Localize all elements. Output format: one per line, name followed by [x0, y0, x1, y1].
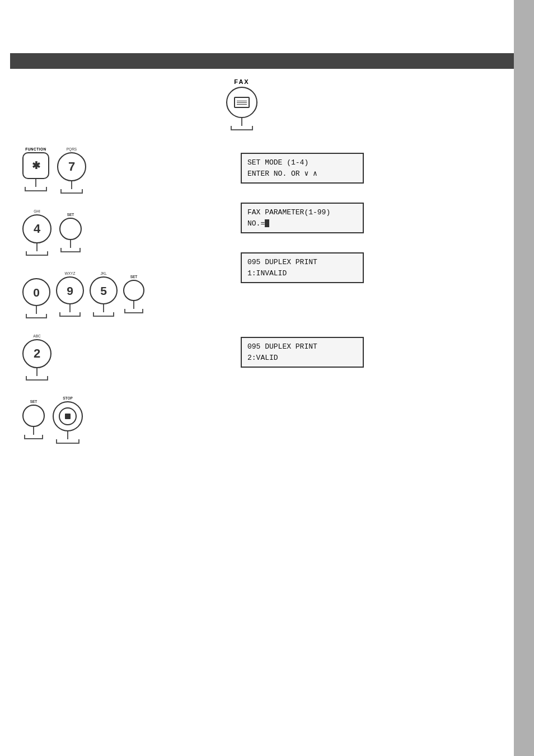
key4-stand: GHI 4 [22, 209, 51, 256]
set-key3-connector [33, 427, 34, 435]
step1-keys: FUNCTION ✱ PQRS 7 [22, 147, 224, 194]
set-key1[interactable] [59, 218, 82, 240]
function-key[interactable]: ✱ [22, 152, 49, 179]
set-key2-label: SET [130, 275, 138, 279]
stop-key[interactable] [53, 401, 83, 431]
cursor [265, 219, 269, 227]
fax-base [231, 126, 253, 130]
key9-main: 9 [67, 285, 73, 297]
function-connector [35, 179, 36, 187]
fax-key-row: FAX [0, 78, 506, 130]
stop-square [65, 414, 71, 419]
function-label: FUNCTION [25, 147, 46, 151]
key4[interactable]: 4 [22, 214, 51, 243]
screen1-line1: SET MODE (1-4) [247, 157, 357, 168]
key4-top-label: GHI [34, 209, 40, 213]
key7-base [60, 189, 83, 194]
key0-connector [36, 306, 37, 314]
key2-main: 2 [34, 348, 40, 360]
set-key1-stand: SET [59, 213, 82, 252]
screen1: SET MODE (1-4) ENTER NO. OR ∨ ∧ [241, 153, 364, 184]
stop-base [56, 439, 79, 444]
screen3-container: 095 DUPLEX PRINT 1:INVALID [241, 252, 506, 283]
key2-top-label: ABC [33, 334, 40, 338]
screen3-line2: 1:INVALID [247, 268, 357, 279]
key0-base [26, 314, 47, 318]
key9[interactable]: 9 [56, 276, 84, 304]
set-key3-base [24, 435, 43, 439]
step3-keys: 0 WXYZ 9 [22, 271, 224, 318]
fax-connector [241, 118, 242, 126]
fax-key[interactable] [226, 87, 257, 118]
function-icon: ✱ [32, 159, 40, 172]
stop-inner [59, 407, 77, 425]
key2[interactable]: 2 [22, 339, 51, 368]
key9-top-label: WXYZ [65, 271, 76, 275]
screen4: 095 DUPLEX PRINT 2:VALID [241, 337, 364, 368]
set-key1-label: SET [67, 213, 74, 217]
key9-base [59, 312, 81, 317]
key2-connector [36, 368, 38, 376]
stop-key-label: STOP [63, 396, 73, 400]
key5-base [93, 312, 114, 317]
right-sidebar [514, 0, 534, 756]
key7-stand: PQRS 7 [57, 147, 86, 194]
key5-stand: JKL 5 [90, 271, 118, 317]
function-base [25, 187, 47, 191]
key9-connector [69, 304, 71, 312]
screen1-container: SET MODE (1-4) ENTER NO. OR ∨ ∧ [241, 153, 506, 184]
set-key2-connector [133, 301, 134, 309]
header-bar [10, 53, 514, 69]
key5-main: 5 [100, 285, 107, 297]
screen2-container: FAX PARAMETER(1-99) NO.= [241, 203, 506, 233]
key2-base [26, 376, 48, 381]
key0-main: 0 [33, 287, 40, 298]
screen2-line1: FAX PARAMETER(1-99) [247, 207, 357, 218]
main-content: FAX F [22, 78, 506, 459]
key9-stand: WXYZ 9 [56, 271, 84, 317]
screen1-line2: ENTER NO. OR ∨ ∧ [247, 168, 357, 180]
set-key1-base [60, 248, 81, 252]
set-key2-base [124, 309, 143, 313]
key4-main: 4 [34, 223, 40, 235]
set-key3-stand: SET [22, 400, 45, 439]
step2-keys: GHI 4 SET [22, 209, 224, 256]
function-key-stand: FUNCTION ✱ [22, 147, 49, 191]
set-key2-stand: SET [123, 275, 144, 313]
set-key3[interactable] [22, 405, 45, 427]
step5-keys: SET STOP [22, 396, 224, 444]
key5-top-label: JKL [100, 271, 106, 275]
set-key3-label: SET [30, 400, 38, 403]
key7-main: 7 [68, 161, 75, 173]
key4-connector [36, 243, 38, 251]
steps-and-screens: FUNCTION ✱ PQRS 7 [22, 147, 506, 459]
key4-base [26, 251, 48, 256]
screen5-container: 095 DUPLEX PRINT 2:VALID [241, 337, 506, 368]
screen3: 095 DUPLEX PRINT 1:INVALID [241, 252, 364, 283]
stop-connector [67, 431, 68, 439]
key7-top-label: PQRS [67, 147, 77, 151]
step4-keys: ABC 2 [22, 334, 224, 381]
key0[interactable]: 0 [22, 278, 50, 306]
key0-stand: 0 [22, 271, 50, 318]
key5-connector [103, 304, 104, 312]
screen2-line2: NO.= [247, 218, 357, 229]
screen4-spacer [241, 292, 506, 337]
key7-connector [71, 181, 72, 189]
screen3-line1: 095 DUPLEX PRINT [247, 257, 357, 268]
screens-column: SET MODE (1-4) ENTER NO. OR ∨ ∧ FAX PARA… [224, 147, 506, 459]
keys-column: FUNCTION ✱ PQRS 7 [22, 147, 224, 459]
screen4-line1: 095 DUPLEX PRINT [247, 341, 357, 353]
fax-icon [234, 97, 250, 108]
key7[interactable]: 7 [57, 152, 86, 181]
stop-key-stand: STOP [53, 396, 83, 444]
set-key2[interactable] [123, 280, 144, 301]
set-key1-connector [70, 240, 71, 248]
fax-key-stand: FAX [226, 78, 257, 130]
fax-label: FAX [234, 78, 249, 85]
screen4-line2: 2:VALID [247, 353, 357, 364]
screen2: FAX PARAMETER(1-99) NO.= [241, 203, 364, 233]
key2-stand: ABC 2 [22, 334, 51, 381]
key5[interactable]: 5 [90, 276, 118, 304]
